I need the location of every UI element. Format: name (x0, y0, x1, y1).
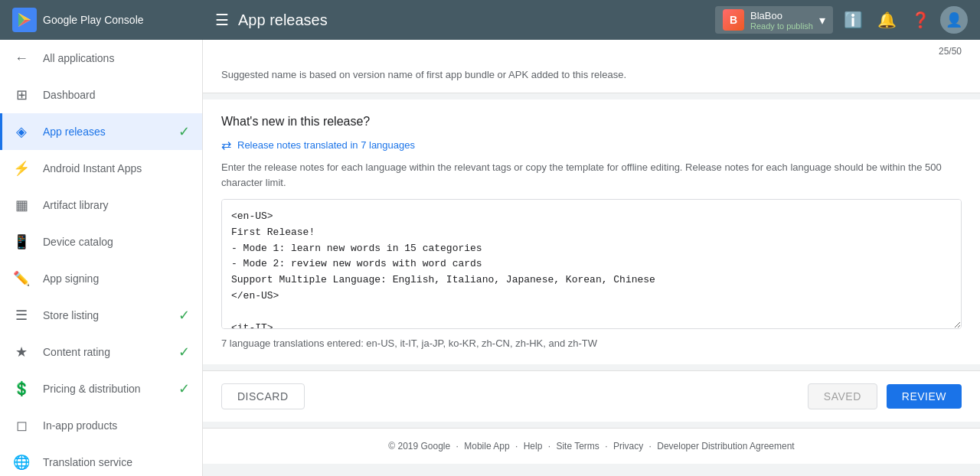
chevron-down-icon: ▾ (819, 13, 825, 28)
app-releases-label: App releases (43, 126, 178, 138)
hamburger-icon[interactable]: ☰ (215, 11, 229, 29)
privacy-link[interactable]: Privacy (613, 441, 643, 452)
logo-area: Google Play Console (12, 8, 215, 32)
dashboard-icon: ⊞ (12, 86, 31, 104)
in-app-products-icon: ◻ (12, 416, 31, 435)
device-catalog-icon: 📱 (12, 233, 31, 251)
app-selector[interactable]: B BlaBoo Ready to publish ▾ (715, 6, 833, 34)
char-count: 25/50 (203, 40, 980, 60)
page-title: App releases (238, 11, 328, 29)
app-signing-icon: ✏️ (12, 269, 31, 288)
info-button[interactable]: ℹ️ (839, 6, 867, 34)
sidebar: ← All applications ⊞ Dashboard ◈ App rel… (0, 40, 203, 476)
release-notes-textarea[interactable]: <en-US> First Release! - Mode 1: learn n… (221, 199, 962, 329)
whats-new-section: What's new in this release? ⇄ Release no… (203, 99, 980, 364)
store-listing-check-icon: ✓ (178, 307, 190, 324)
sidebar-item-dashboard[interactable]: ⊞ Dashboard (0, 77, 202, 113)
store-listing-label: Store listing (43, 309, 178, 321)
app-name: BlaBoo (750, 10, 813, 21)
store-listing-icon: ☰ (12, 306, 31, 324)
description-text: Enter the release notes for each languag… (221, 160, 962, 190)
logo-text: Google Play Console (43, 14, 144, 26)
top-header: Google Play Console ☰ App releases B Bla… (0, 0, 980, 40)
help-link[interactable]: Help (524, 441, 543, 452)
pricing-icon: 💲 (12, 380, 31, 398)
action-bar: DISCARD SAVED REVIEW (203, 370, 980, 422)
right-buttons: SAVED REVIEW (808, 383, 962, 409)
discard-button[interactable]: DISCARD (221, 383, 305, 409)
sidebar-item-all-apps[interactable]: ← All applications (0, 40, 202, 77)
dev-agreement-link[interactable]: Developer Distribution Agreement (657, 441, 794, 452)
app-status: Ready to publish (750, 21, 813, 31)
footer: © 2019 Google · Mobile App · Help · Site… (203, 428, 980, 464)
help-icon[interactable]: ❓ (906, 6, 934, 34)
site-terms-link[interactable]: Site Terms (556, 441, 599, 452)
sidebar-item-app-releases[interactable]: ◈ App releases ✓ (0, 113, 202, 150)
translation-label: Translation service (43, 456, 190, 468)
lang-count-note: 7 language translations entered: en-US, … (221, 337, 962, 349)
header-right: B BlaBoo Ready to publish ▾ ℹ️ 🔔 ❓ 👤 (715, 6, 968, 34)
user-avatar[interactable]: 👤 (940, 6, 968, 34)
artifact-library-icon: ▦ (12, 196, 31, 214)
main-content: 25/50 Suggested name is based on version… (203, 40, 980, 476)
sidebar-item-content-rating[interactable]: ★ Content rating ✓ (0, 334, 202, 370)
suggested-name-text: Suggested name is based on version name … (221, 69, 962, 80)
app-info: BlaBoo Ready to publish (750, 10, 813, 31)
suggested-name-section: Suggested name is based on version name … (203, 60, 980, 93)
sidebar-item-app-signing[interactable]: ✏️ App signing (0, 260, 202, 297)
pricing-check-icon: ✓ (178, 380, 190, 397)
sidebar-item-device-catalog[interactable]: 📱 Device catalog (0, 223, 202, 260)
device-catalog-label: Device catalog (43, 236, 190, 248)
android-instant-icon: ⚡ (12, 159, 31, 178)
sidebar-item-store-listing[interactable]: ☰ Store listing ✓ (0, 297, 202, 334)
sidebar-item-translation[interactable]: 🌐 Translation service (0, 444, 202, 476)
translation-note-text: Release notes translated in 7 languages (237, 139, 415, 151)
copyright-text: © 2019 Google (388, 441, 450, 452)
review-button[interactable]: REVIEW (887, 384, 962, 409)
notification-bell-icon[interactable]: 🔔 (873, 6, 900, 34)
app-releases-check-icon: ✓ (178, 123, 190, 140)
sidebar-item-android-instant[interactable]: ⚡ Android Instant Apps (0, 150, 202, 187)
sidebar-item-artifact-library[interactable]: ▦ Artifact library (0, 187, 202, 223)
content-rating-check-icon: ✓ (178, 344, 190, 360)
layout: ← All applications ⊞ Dashboard ◈ App rel… (0, 40, 980, 476)
saved-button: SAVED (808, 383, 877, 409)
app-icon: B (723, 9, 744, 31)
app-releases-icon: ◈ (12, 122, 31, 141)
all-apps-label: All applications (43, 52, 190, 64)
mobile-app-link[interactable]: Mobile App (464, 441, 509, 452)
translation-icon: 🌐 (12, 453, 31, 471)
artifact-library-label: Artifact library (43, 199, 190, 211)
sidebar-item-pricing[interactable]: 💲 Pricing & distribution ✓ (0, 370, 202, 407)
dashboard-label: Dashboard (43, 89, 190, 101)
page-title-area: ☰ App releases (215, 11, 715, 29)
google-play-logo-icon (12, 8, 37, 32)
content-rating-icon: ★ (12, 343, 31, 361)
sidebar-item-in-app-products[interactable]: ◻ In-app products (0, 407, 202, 444)
app-signing-label: App signing (43, 272, 190, 285)
translation-note: ⇄ Release notes translated in 7 language… (221, 138, 962, 152)
whats-new-title: What's new in this release? (221, 115, 962, 129)
content-rating-label: Content rating (43, 346, 178, 358)
in-app-products-label: In-app products (43, 419, 190, 432)
android-instant-label: Android Instant Apps (43, 162, 190, 174)
pricing-label: Pricing & distribution (43, 383, 178, 395)
translate-icon: ⇄ (221, 138, 231, 152)
back-arrow-icon: ← (12, 49, 31, 67)
